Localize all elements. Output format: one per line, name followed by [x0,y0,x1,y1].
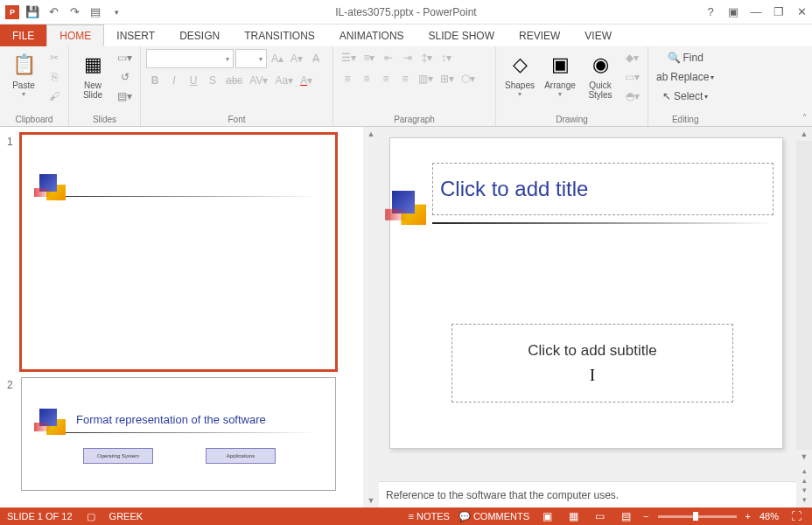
tab-review[interactable]: REVIEW [507,24,572,46]
quick-styles-button[interactable]: ◉ Quick Styles [582,49,619,102]
format-painter-icon[interactable]: 🖌 [46,88,63,105]
cut-icon[interactable]: ✂ [46,49,63,66]
subtitle-placeholder[interactable]: Click to add subtitle I [452,324,733,402]
layout-icon[interactable]: ▭▾ [115,49,135,66]
scroll-down-icon[interactable]: ▼ [796,450,812,464]
status-bar: SLIDE 1 OF 12 ▢ GREEK ≡ NOTES 💬 COMMENTS… [0,508,812,525]
decrease-indent-icon[interactable]: ⇤ [380,49,397,66]
find-button[interactable]: 🔍Find [654,49,717,66]
tab-slideshow[interactable]: SLIDE SHOW [416,24,507,46]
restore-icon[interactable]: ❐ [772,5,786,19]
undo-icon[interactable]: ↶ [46,4,61,20]
align-text-icon[interactable]: ⊞▾ [438,70,457,88]
help-icon[interactable]: ? [704,5,718,19]
scroll-down-icon[interactable]: ▼ [363,494,379,508]
scroll-up-icon[interactable]: ▲ [363,127,379,141]
zoom-slider[interactable] [658,515,737,518]
replace-button[interactable]: abReplace▾ [654,68,717,86]
new-slide-icon: ▦ [79,51,107,79]
font-color-icon[interactable]: A▾ [298,72,315,89]
increase-font-icon[interactable]: A▴ [269,50,286,67]
slide-thumbnail[interactable] [21,134,336,370]
minimize-icon[interactable]: — [749,5,763,19]
window-title: IL-ates3075.pptx - PowerPoint [335,6,476,18]
tab-animations[interactable]: ANIMATIONS [327,24,416,46]
normal-view-icon[interactable]: ▣ [538,510,556,522]
bullets-icon[interactable]: ☰▾ [339,49,359,66]
paste-button[interactable]: 📋 Paste ▾ [5,49,42,100]
slide-counter[interactable]: SLIDE 1 OF 12 [7,511,73,522]
thumbnail-2[interactable]: 2 Format representation of the software … [21,377,351,491]
tab-home[interactable]: HOME [46,24,104,46]
zoom-out-icon[interactable]: − [643,511,648,522]
decrease-font-icon[interactable]: A▾ [288,50,305,67]
text-cursor-icon: I [590,367,595,385]
editor-scrollbar[interactable]: ▲ ▼ ▴ ▴ ▾ ▾ [796,127,812,508]
thumbnail-1[interactable]: 1 [21,134,351,370]
tab-insert[interactable]: INSERT [104,24,167,46]
slide-sorter-icon[interactable]: ▦ [564,510,582,522]
shadow-button[interactable]: S [204,72,221,89]
comments-button[interactable]: 💬 COMMENTS [458,511,529,522]
strikethrough-button[interactable]: abc [223,72,245,89]
shape-outline-icon[interactable]: ▭▾ [622,68,642,86]
title-placeholder[interactable]: Click to add title [432,163,774,215]
notes-preview[interactable]: Reference to the software that the compu… [379,481,796,508]
prev-slide-icon[interactable]: ▴ [802,467,807,475]
italic-button[interactable]: I [165,72,183,89]
tab-design[interactable]: DESIGN [167,24,232,46]
prev-slide-icon[interactable]: ▴ [802,477,807,485]
text-direction-icon[interactable]: ↕▾ [438,49,455,66]
close-icon[interactable]: ✕ [794,5,808,19]
increase-indent-icon[interactable]: ⇥ [399,49,416,66]
slideshow-view-icon[interactable]: ▤ [617,510,634,522]
shape-effects-icon[interactable]: ◓▾ [622,88,642,105]
character-spacing-icon[interactable]: AV▾ [247,72,270,89]
bold-button[interactable]: B [146,72,164,89]
clear-formatting-icon[interactable]: A̶ [307,50,325,67]
thumbnail-scrollbar[interactable]: ▲ ▼ [363,127,379,508]
smartart-icon[interactable]: ⬡▾ [458,70,478,88]
next-slide-icon[interactable]: ▾ [802,486,807,494]
shapes-button[interactable]: ◇ Shapes ▾ [501,49,538,100]
align-center-icon[interactable]: ≡ [358,70,375,88]
language-indicator[interactable]: GREEK [109,511,144,522]
fit-to-window-icon[interactable]: ⛶ [788,510,805,522]
zoom-level[interactable]: 48% [760,511,779,522]
shape-fill-icon[interactable]: ◆▾ [622,49,642,66]
justify-icon[interactable]: ≡ [396,70,414,88]
underline-button[interactable]: U [185,72,202,89]
next-slide-icon[interactable]: ▾ [802,496,807,504]
new-slide-button[interactable]: ▦ New Slide [74,49,111,102]
slide-thumbnail[interactable]: Format representation of the software Op… [21,377,336,491]
align-right-icon[interactable]: ≡ [377,70,395,88]
reading-view-icon[interactable]: ▭ [591,510,608,522]
scroll-up-icon[interactable]: ▲ [796,127,812,141]
ribbon-display-icon[interactable]: ▣ [726,5,740,19]
line-spacing-icon[interactable]: ‡▾ [418,49,436,66]
spell-check-icon[interactable]: ▢ [87,511,95,522]
save-icon[interactable]: 💾 [24,4,40,20]
align-left-icon[interactable]: ≡ [339,70,356,88]
font-size-combo[interactable]: ▾ [235,49,267,68]
redo-icon[interactable]: ↷ [66,4,82,20]
change-case-icon[interactable]: Aa▾ [272,72,296,89]
columns-icon[interactable]: ▥▾ [416,70,436,88]
collapse-ribbon-icon[interactable]: ˄ [802,113,807,122]
zoom-in-icon[interactable]: + [746,511,751,522]
tab-transitions[interactable]: TRANSITIONS [232,24,327,46]
copy-icon[interactable]: ⎘ [46,68,63,86]
section-icon[interactable]: ▤▾ [115,88,135,105]
arrange-button[interactable]: ▣ Arrange ▾ [542,49,578,100]
reset-icon[interactable]: ↺ [115,68,135,86]
group-label-clipboard: Clipboard [5,113,63,126]
font-family-combo[interactable]: ▾ [146,49,234,68]
tab-file[interactable]: FILE [0,24,46,46]
start-from-beginning-icon[interactable]: ▤ [88,4,103,20]
select-button[interactable]: ↖Select▾ [654,88,717,105]
qat-customize-icon[interactable]: ▾ [108,4,124,20]
notes-button[interactable]: ≡ NOTES [408,511,449,522]
tab-view[interactable]: VIEW [572,24,624,46]
numbering-icon[interactable]: ≡▾ [360,49,378,66]
current-slide[interactable]: Click to add title Click to add subtitle… [389,137,783,449]
